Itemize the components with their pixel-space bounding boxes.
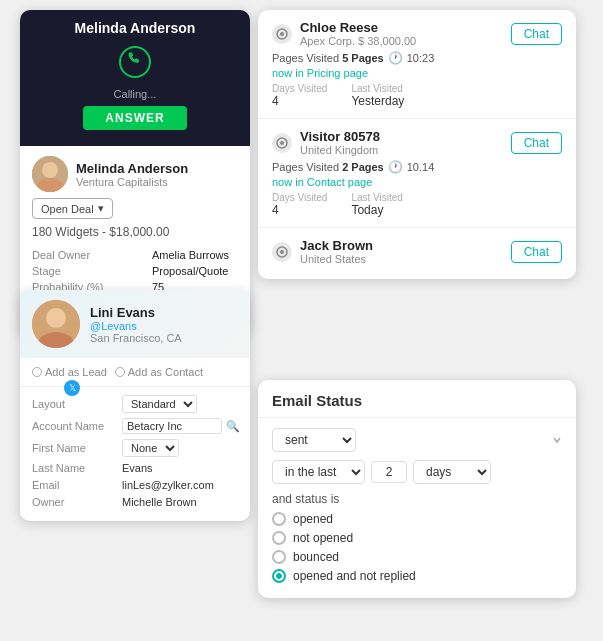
social-field-row: EmaillinLes@zylker.com	[32, 479, 238, 491]
visitor-top: Jack Brown United States Chat	[272, 238, 562, 265]
field-value: Amelia Burrows	[152, 247, 238, 263]
open-deal-button[interactable]: Open Deal ▾	[32, 198, 113, 219]
visitor-stats: Days Visited 4 Last Visited Today	[272, 192, 562, 217]
visitor-company: Apex Corp. $ 38,000.00	[300, 35, 416, 47]
status-option[interactable]: bounced	[272, 550, 562, 564]
last-stat: Last Visited Yesterday	[351, 83, 404, 108]
social-select[interactable]: Standard	[122, 395, 197, 413]
social-field-label: Layout	[32, 398, 122, 410]
visitor-left: Chloe Reese Apex Corp. $ 38,000.00	[272, 20, 416, 47]
avatar	[32, 156, 68, 192]
unit-select[interactable]: days weeks months	[413, 460, 491, 484]
visitor-company: United Kingdom	[300, 144, 380, 156]
visitor-name: Chloe Reese	[300, 20, 416, 35]
status-label: opened	[293, 512, 333, 526]
social-field-value: linLes@zylker.com	[122, 479, 238, 491]
social-name: Lini Evans	[90, 305, 182, 320]
svg-point-8	[280, 250, 284, 254]
svg-point-1	[42, 162, 58, 178]
visitor-meta: Pages Visited 2 Pages 🕐 10.14	[272, 160, 562, 174]
social-field-row: OwnerMichelle Brown	[32, 496, 238, 508]
add-lead-button[interactable]: Add as Lead	[32, 366, 107, 378]
radio-icon	[32, 367, 42, 377]
social-actions: Add as Lead Add as Contact	[20, 358, 250, 387]
email-body: sent received opened in the last more th…	[258, 418, 576, 598]
calling-label: Calling...	[28, 88, 242, 100]
social-location: San Francisco, CA	[90, 332, 182, 344]
status-and-label: and status is	[272, 492, 562, 506]
calling-card: Melinda Anderson Calling... ANSWER Melin…	[20, 10, 250, 337]
social-field-row: Last NameEvans	[32, 462, 238, 474]
deal-title: 180 Widgets - $18,000.00	[32, 225, 238, 239]
visitor-item: Jack Brown United States Chat	[258, 228, 576, 279]
last-stat: Last Visited Today	[351, 192, 403, 217]
status-options: openednot openedbouncedopened and not re…	[272, 512, 562, 583]
calling-header: Melinda Anderson Calling... ANSWER	[20, 10, 250, 146]
chat-button[interactable]: Chat	[511, 241, 562, 263]
visitor-top: Visitor 80578 United Kingdom Chat	[272, 129, 562, 156]
field-label: Stage	[32, 263, 152, 279]
days-stat: Days Visited 4	[272, 192, 327, 217]
visitors-card: Chloe Reese Apex Corp. $ 38,000.00 Chat …	[258, 10, 576, 279]
answer-button[interactable]: ANSWER	[83, 106, 186, 130]
social-field-label: Owner	[32, 496, 122, 508]
visitor-name: Visitor 80578	[300, 129, 380, 144]
social-header: 𝕏 Lini Evans @Levans San Francisco, CA	[20, 290, 250, 358]
social-input[interactable]	[122, 418, 222, 434]
deal-field-row: StageProposal/Quote	[32, 263, 238, 279]
phone-icon	[119, 46, 151, 78]
visitor-name: Jack Brown	[300, 238, 373, 253]
status-option[interactable]: opened and not replied	[272, 569, 562, 583]
radio-icon	[272, 569, 286, 583]
svg-point-4	[280, 32, 284, 36]
status-label: bounced	[293, 550, 339, 564]
email-card: Email Status sent received opened in the…	[258, 380, 576, 598]
chat-button[interactable]: Chat	[511, 23, 562, 45]
status-option[interactable]: not opened	[272, 531, 562, 545]
svg-point-6	[280, 141, 284, 145]
period-number-input[interactable]	[371, 461, 407, 483]
clock-icon: 🕐	[388, 51, 403, 65]
chat-button[interactable]: Chat	[511, 132, 562, 154]
dropdown-icon	[552, 435, 562, 445]
contact-row: Melinda Anderson Ventura Capitalists	[32, 156, 238, 192]
contact-company: Ventura Capitalists	[76, 176, 188, 188]
visitor-meta: Pages Visited 5 Pages 🕐 10:23	[272, 51, 562, 65]
radio-icon	[115, 367, 125, 377]
social-field-row: LayoutStandard	[32, 395, 238, 413]
field-value: Proposal/Quote	[152, 263, 238, 279]
svg-point-10	[46, 308, 66, 328]
social-avatar	[32, 300, 80, 348]
current-page: now in Pricing page	[272, 67, 562, 79]
field-label: Deal Owner	[32, 247, 152, 263]
visitor-stats: Days Visited 4 Last Visited Yesterday	[272, 83, 562, 108]
email-filter-row: sent received opened	[272, 428, 562, 452]
social-select[interactable]: None	[122, 439, 179, 457]
search-icon: 🔍	[226, 420, 240, 433]
email-period-row: in the last more than days weeks months	[272, 460, 562, 484]
email-status-select[interactable]: sent received opened	[272, 428, 356, 452]
days-stat: Days Visited 4	[272, 83, 327, 108]
social-field-label: Last Name	[32, 462, 122, 474]
status-label: not opened	[293, 531, 353, 545]
status-option[interactable]: opened	[272, 512, 562, 526]
status-label: opened and not replied	[293, 569, 416, 583]
visitor-top: Chloe Reese Apex Corp. $ 38,000.00 Chat	[272, 20, 562, 47]
social-field-row: First NameNone	[32, 439, 238, 457]
current-page: now in Contact page	[272, 176, 562, 188]
visitor-left: Jack Brown United States	[272, 238, 373, 265]
add-contact-button[interactable]: Add as Contact	[115, 366, 203, 378]
contact-name: Melinda Anderson	[76, 161, 188, 176]
clock-icon: 🕐	[388, 160, 403, 174]
social-field-label: First Name	[32, 442, 122, 454]
chevron-down-icon: ▾	[98, 202, 104, 215]
visitor-left: Visitor 80578 United Kingdom	[272, 129, 380, 156]
visitor-item: Visitor 80578 United Kingdom Chat Pages …	[258, 119, 576, 228]
visitor-icon	[272, 133, 292, 153]
social-handle: @Levans	[90, 320, 182, 332]
social-form: LayoutStandardAccount Name🔍First NameNon…	[20, 387, 250, 521]
period-select[interactable]: in the last more than	[272, 460, 365, 484]
visitor-item: Chloe Reese Apex Corp. $ 38,000.00 Chat …	[258, 10, 576, 119]
calling-name: Melinda Anderson	[28, 20, 242, 36]
visitor-icon	[272, 242, 292, 262]
